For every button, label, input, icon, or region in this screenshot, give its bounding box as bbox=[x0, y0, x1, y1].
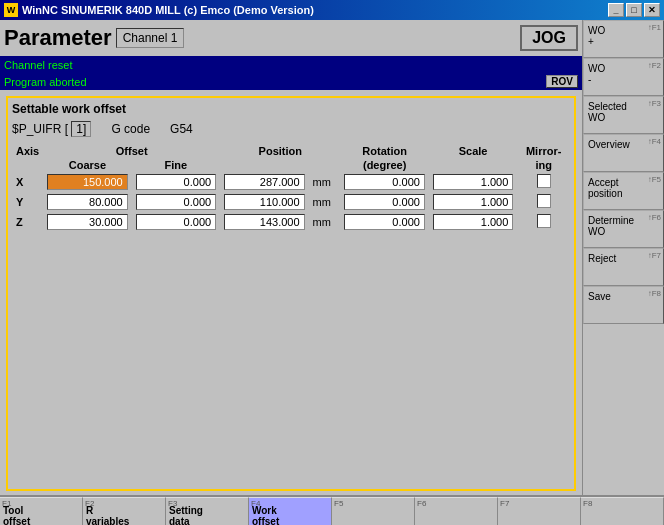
sidebar-btn-label: Acceptposition bbox=[588, 177, 622, 199]
toolbar-fkey: F3 bbox=[168, 499, 177, 508]
unit-cell: mm bbox=[309, 172, 341, 192]
toolbar-fkey: F1 bbox=[2, 499, 11, 508]
toolbar-btn-f5[interactable]: F5 bbox=[332, 497, 415, 525]
fine-input[interactable]: 0.000 bbox=[136, 174, 216, 190]
table-row: Y 80.000 0.000 110.000 mm 0.000 1.000 bbox=[12, 192, 570, 212]
sidebar-spacer bbox=[583, 324, 664, 495]
channel-display: Channel 1 bbox=[116, 28, 185, 48]
sidebar-btn-1[interactable]: WO↑F1+ bbox=[583, 20, 664, 58]
sidebar-fkey: ↑F5 bbox=[648, 175, 661, 184]
coarse-input[interactable]: 30.000 bbox=[47, 214, 127, 230]
minimize-button[interactable]: _ bbox=[608, 3, 624, 17]
toolbar-fkey: F7 bbox=[500, 499, 509, 508]
sidebar-btn-7[interactable]: Reject↑F7 bbox=[583, 248, 664, 286]
param-line: $P_UIFR [ 1] G code G54 bbox=[12, 122, 570, 136]
sidebar-btn-sub: + bbox=[588, 36, 594, 47]
toolbar-btn-f2[interactable]: F2Rvariables bbox=[83, 497, 166, 525]
position-header: Position bbox=[220, 144, 340, 158]
table-header-row-2: Coarse Fine (degree) ing bbox=[12, 158, 570, 172]
toolbar-fkey: F2 bbox=[85, 499, 94, 508]
mirror-checkbox[interactable] bbox=[537, 214, 551, 228]
rov-badge: ROV bbox=[546, 75, 578, 88]
toolbar-fkey: F8 bbox=[583, 499, 592, 508]
rotation-input[interactable]: 0.000 bbox=[344, 194, 424, 210]
sidebar-btn-5[interactable]: Acceptposition↑F5 bbox=[583, 172, 664, 210]
app-icon: W bbox=[4, 3, 18, 17]
header: Parameter Channel 1 JOG bbox=[0, 20, 582, 56]
sidebar-btn-6[interactable]: DetermineWO↑F6 bbox=[583, 210, 664, 248]
mirror-sub-header: ing bbox=[517, 158, 570, 172]
coarse-input[interactable]: 150.000 bbox=[47, 174, 127, 190]
toolbar-btn-f6[interactable]: F6 bbox=[415, 497, 498, 525]
axis-cell: X bbox=[12, 172, 43, 192]
rotation-sub-header: (degree) bbox=[340, 158, 428, 172]
maximize-button[interactable]: □ bbox=[626, 3, 642, 17]
axis-cell: Y bbox=[12, 192, 43, 212]
sidebar-btn-label: WO bbox=[588, 25, 605, 36]
scale-input[interactable]: 1.000 bbox=[433, 214, 513, 230]
toolbar-btn-f4[interactable]: F4Workoffset bbox=[249, 497, 332, 525]
toolbar-fkey: F5 bbox=[334, 499, 343, 508]
sidebar-fkey: ↑F1 bbox=[648, 23, 661, 32]
mirror-checkbox[interactable] bbox=[537, 194, 551, 208]
table-row: Z 30.000 0.000 143.000 mm 0.000 1.000 bbox=[12, 212, 570, 232]
scale-header: Scale bbox=[429, 144, 517, 158]
fine-input[interactable]: 0.000 bbox=[136, 214, 216, 230]
toolbar-btn-f3[interactable]: F3Settingdata bbox=[166, 497, 249, 525]
parameter-label: Parameter bbox=[4, 25, 112, 51]
sidebar-fkey: ↑F7 bbox=[648, 251, 661, 260]
sidebar-fkey: ↑F8 bbox=[648, 289, 661, 298]
sidebar-btn-label: SelectedWO bbox=[588, 101, 627, 123]
rotation-input[interactable]: 0.000 bbox=[344, 214, 424, 230]
toolbar-btn-f8[interactable]: F8 bbox=[581, 497, 664, 525]
sidebar-fkey: ↑F6 bbox=[648, 213, 661, 222]
sidebar-btn-3[interactable]: SelectedWO↑F3 bbox=[583, 96, 664, 134]
mirror-checkbox[interactable] bbox=[537, 174, 551, 188]
channel-reset-text: Channel reset bbox=[4, 59, 73, 71]
scale-input[interactable]: 1.000 bbox=[433, 174, 513, 190]
toolbar-fkey: F6 bbox=[417, 499, 426, 508]
scale-input[interactable]: 1.000 bbox=[433, 194, 513, 210]
mode-display: JOG bbox=[520, 25, 578, 51]
sidebar-btn-8[interactable]: Save↑F8 bbox=[583, 286, 664, 324]
position-input[interactable]: 143.000 bbox=[224, 214, 304, 230]
sidebar-btn-label: DetermineWO bbox=[588, 215, 634, 237]
param-label-text: $P_UIFR [ 1] bbox=[12, 122, 91, 136]
table-body: X 150.000 0.000 287.000 mm 0.000 1.000 Y… bbox=[12, 172, 570, 232]
fine-header: Fine bbox=[132, 158, 220, 172]
sidebar-btn-sub: - bbox=[588, 74, 591, 85]
sidebar-btn-4[interactable]: Overview↑F4 bbox=[583, 134, 664, 172]
position-input[interactable]: 110.000 bbox=[224, 194, 304, 210]
main-content: Parameter Channel 1 JOG Channel reset Pr… bbox=[0, 20, 664, 495]
left-panel: Parameter Channel 1 JOG Channel reset Pr… bbox=[0, 20, 582, 495]
panel-title: Settable work offset bbox=[12, 102, 570, 116]
axis-header: Axis bbox=[12, 144, 43, 158]
rotation-input[interactable]: 0.000 bbox=[344, 174, 424, 190]
title-bar: W WinNC SINUMERIK 840D MILL (c) Emco (De… bbox=[0, 0, 664, 20]
toolbar-btn-f1[interactable]: F1Tooloffset bbox=[0, 497, 83, 525]
status-row-1: Channel reset bbox=[0, 56, 582, 73]
work-offset-panel: Settable work offset $P_UIFR [ 1] G code… bbox=[6, 96, 576, 491]
sidebar-btn-label: Save bbox=[588, 291, 611, 302]
unit-cell: mm bbox=[309, 192, 341, 212]
table-row: X 150.000 0.000 287.000 mm 0.000 1.000 bbox=[12, 172, 570, 192]
close-button[interactable]: ✕ bbox=[644, 3, 660, 17]
toolbar-fkey: F4 bbox=[251, 499, 260, 508]
gcode-value: G54 bbox=[170, 122, 193, 136]
offset-table: Axis Offset Position Rotation Scale Mirr… bbox=[12, 144, 570, 232]
axis-cell: Z bbox=[12, 212, 43, 232]
app-title: WinNC SINUMERIK 840D MILL (c) Emco (Demo… bbox=[22, 4, 314, 16]
window-controls[interactable]: _ □ ✕ bbox=[608, 3, 660, 17]
position-input[interactable]: 287.000 bbox=[224, 174, 304, 190]
toolbar-btn-f7[interactable]: F7 bbox=[498, 497, 581, 525]
status-row-2: Program aborted ROV bbox=[0, 73, 582, 90]
sidebar-btn-2[interactable]: WO↑F2- bbox=[583, 58, 664, 96]
right-sidebar: WO↑F1+WO↑F2-SelectedWO↑F3Overview↑F4Acce… bbox=[582, 20, 664, 495]
bottom-toolbar: F1TooloffsetF2RvariablesF3SettingdataF4W… bbox=[0, 495, 664, 525]
fine-input[interactable]: 0.000 bbox=[136, 194, 216, 210]
sidebar-fkey: ↑F2 bbox=[648, 61, 661, 70]
table-header-row-1: Axis Offset Position Rotation Scale Mirr… bbox=[12, 144, 570, 158]
offset-header: Offset bbox=[43, 144, 220, 158]
coarse-input[interactable]: 80.000 bbox=[47, 194, 127, 210]
sidebar-fkey: ↑F3 bbox=[648, 99, 661, 108]
